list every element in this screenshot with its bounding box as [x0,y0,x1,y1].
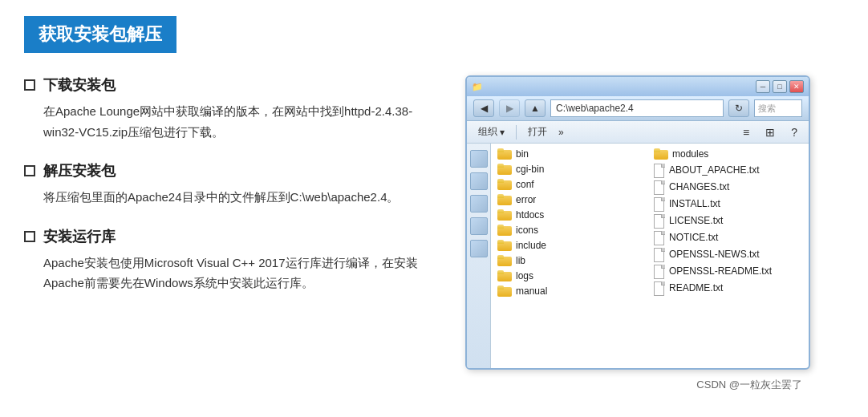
file-column: modules ABOUT_APACHE.txt CHANGES.txt [651,147,805,365]
open-button[interactable]: 打开 [523,123,552,140]
help-button[interactable]: ? [786,124,802,140]
view-list-button[interactable]: ≡ [738,124,754,140]
section-extract: 解压安装包 将压缩包里面的Apache24目录中的文件解压到C:\web\apa… [24,161,441,208]
doc-icon [654,180,665,193]
header-banner: 获取安装包解压 [24,16,176,53]
sidebar-item-4[interactable] [470,217,488,235]
folder-logs[interactable]: logs [494,269,649,283]
search-placeholder: 搜索 [758,103,776,115]
folder-icon [497,179,512,190]
folder-icon [497,225,512,236]
folder-icon [497,240,512,251]
minimize-button[interactable]: ─ [756,80,770,93]
section-download: 下载安装包 在Apache Lounge网站中获取编译的版本，在网站中找到htt… [24,75,441,142]
section-runtime-body: Apache安装包使用Microsoft Visual C++ 2017运行库进… [24,253,441,294]
file-readme[interactable]: README.txt [651,280,805,296]
windows-explorer: 📁 ─ □ ✕ ◀ ▶ ▲ C:\web\apache2.4 ↻ 搜索 [465,75,810,370]
sidebar-item-1[interactable] [470,150,488,168]
doc-icon [654,265,665,277]
doc-icon [654,231,665,244]
file-about-apache[interactable]: ABOUT_APACHE.txt [651,162,805,178]
window-controls: ─ □ ✕ [756,80,804,93]
search-input[interactable]: 搜索 [754,99,802,117]
maximize-button[interactable]: □ [773,80,787,93]
folder-icon [497,164,512,175]
doc-icon [654,164,665,176]
file-notice[interactable]: NOTICE.txt [651,229,805,245]
sidebar-item-2[interactable] [470,172,488,190]
file-openssl-news[interactable]: OPENSSL-NEWS.txt [651,246,805,262]
doc-icon [654,214,665,227]
section-download-title: 下载安装包 [24,75,441,95]
view-detail-button[interactable]: ⊞ [761,124,780,140]
square-icon-3 [24,231,35,242]
square-icon-2 [24,165,35,176]
folder-column: bin cgi-bin conf error [494,147,649,365]
nav-sidebar [467,144,491,368]
folder-icon [497,148,512,160]
window-title: 📁 [472,82,483,92]
folder-modules[interactable]: modules [651,147,805,161]
section-runtime: 安装运行库 Apache安装包使用Microsoft Visual C++ 20… [24,227,441,294]
back-button[interactable]: ◀ [473,99,494,117]
section-extract-title: 解压安装包 [24,161,441,180]
folder-icon [497,255,512,266]
file-license[interactable]: LICENSE.txt [651,213,805,229]
organize-button[interactable]: 组织 ▾ [473,123,509,140]
folder-lib[interactable]: lib [494,253,649,268]
file-install[interactable]: INSTALL.txt [651,196,805,212]
title-left: 📁 [472,82,483,92]
doc-icon [654,248,665,261]
left-content: 下载安装包 在Apache Lounge网站中获取编译的版本，在网站中找到htt… [24,75,441,392]
forward-button[interactable]: ▶ [499,99,520,117]
addressbar: ◀ ▶ ▲ C:\web\apache2.4 ↻ 搜索 [467,96,809,121]
folder-htdocs[interactable]: htdocs [494,208,649,222]
footer-credit: CSDN @一粒灰尘罢了 [465,378,810,392]
file-area: bin cgi-bin conf error [491,144,809,368]
folder-icons[interactable]: icons [494,223,649,237]
doc-icon [654,281,665,294]
doc-icon [654,197,665,210]
file-changes[interactable]: CHANGES.txt [651,179,805,195]
up-button[interactable]: ▲ [525,99,546,117]
organize-label: 组织 [478,125,497,139]
folder-icon [497,209,512,221]
sidebar-item-5[interactable] [470,240,488,257]
organize-chevron: ▾ [500,127,505,138]
open-label: 打开 [528,125,547,139]
file-openssl-readme[interactable]: OPENSSL-README.txt [651,263,805,279]
titlebar: 📁 ─ □ ✕ [467,77,809,96]
address-text: C:\web\apache2.4 [556,103,634,114]
folder-cgi-bin[interactable]: cgi-bin [494,162,649,176]
folder-include[interactable]: include [494,238,649,253]
explorer-body: bin cgi-bin conf error [467,144,809,368]
toolbar: 组织 ▾ 打开 » ≡ ⊞ ? [467,121,809,144]
section-runtime-title: 安装运行库 [24,227,441,246]
sidebar-item-3[interactable] [470,195,488,213]
folder-icon [654,148,668,160]
folder-conf[interactable]: conf [494,177,649,192]
folder-error[interactable]: error [494,192,649,207]
close-button[interactable]: ✕ [789,80,804,93]
folder-bin[interactable]: bin [494,147,649,161]
toolbar-more[interactable]: » [558,127,564,138]
address-input[interactable]: C:\web\apache2.4 [550,99,724,117]
folder-icon [497,285,512,297]
folder-icon [497,194,512,205]
toolbar-separator [516,125,517,140]
section-extract-body: 将压缩包里面的Apache24目录中的文件解压到C:\web\apache2.4… [24,187,441,208]
square-icon [24,79,35,91]
right-content: 📁 ─ □ ✕ ◀ ▶ ▲ C:\web\apache2.4 ↻ 搜索 [465,75,810,392]
refresh-button[interactable]: ↻ [728,99,749,117]
folder-icon [497,270,512,281]
folder-manual[interactable]: manual [494,284,649,298]
section-download-body: 在Apache Lounge网站中获取编译的版本，在网站中找到httpd-2.4… [24,101,441,142]
